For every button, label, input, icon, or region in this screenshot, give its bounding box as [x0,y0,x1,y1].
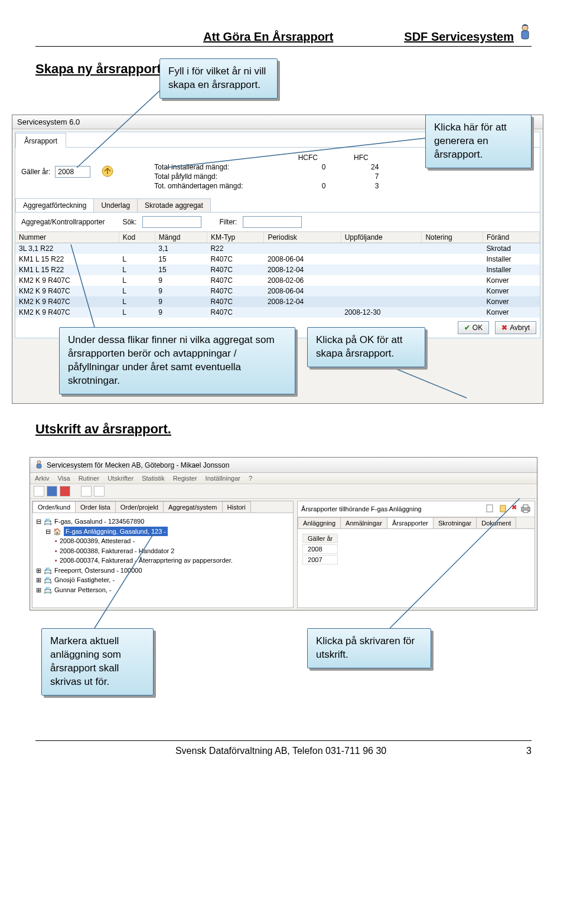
expand-icon[interactable]: ⊞ [36,566,41,576]
svg-rect-1 [522,31,529,39]
right-pane-tab[interactable]: Dokument [476,517,516,528]
subtab-underlag[interactable]: Underlag [93,198,138,212]
header-title-right: SDF Servicesystem [404,30,514,44]
menu-bar[interactable]: ArkivVisaRutinerUtskrifterStatistikRegis… [30,473,537,484]
column-header[interactable]: Uppföljande [341,232,422,243]
subtab-aggregat[interactable]: Aggregatförteckning [15,198,94,212]
svg-rect-8 [37,464,41,468]
callout-mark-facility: Markera aktuell anläggning som årsrappor… [41,628,154,696]
save-icon[interactable] [47,486,57,497]
column-header[interactable]: Nummer [15,232,119,243]
tree-selected[interactable]: F-gas Anläggning, Gasalund, 123 - [64,527,168,537]
tab-arsrapport[interactable]: Årsrapport [15,133,66,148]
expand-icon[interactable]: ⊟ [45,527,51,537]
tool-icon-2[interactable] [94,486,105,497]
left-pane-tab[interactable]: Histori [222,501,251,512]
new-doc-icon[interactable] [485,504,495,514]
app-window-main: Servicesystem för Mecken AB, Göteborg - … [30,457,537,610]
right-pane-title: Årsrapporter tillhörande F-gas Anläggnin… [301,505,422,512]
doc-icon: ▪ [55,556,57,566]
ok-button[interactable]: OK [458,321,489,334]
copy-icon[interactable] [498,504,508,514]
table-row[interactable]: KM2 K 9 R407CL9R407C2008-02-06Konver [15,275,540,286]
customer-tree[interactable]: ⊟ 📇 F-gas, Gasalund - 1234567890 ⊟ 🏠 F-g… [32,513,293,598]
doc-icon: ▪ [55,546,57,556]
menu-item[interactable]: Statistik [142,475,165,482]
callout-fill-year: Fyll i för vilket år ni vill skapa en år… [159,58,278,99]
column-header[interactable]: Mängd [155,232,207,243]
tool-icon-1[interactable] [81,486,92,497]
menu-item[interactable]: Inställningar [206,475,240,482]
right-pane-tab[interactable]: Anmälningar [340,517,387,528]
stats-grid: HCFC HFC Total installerad mängd: 0 24 T… [154,154,379,190]
table-row[interactable]: KM2 K 9 R407CL9R407C2008-12-30Konver [15,307,540,318]
callout-generate: Klicka här för att generera en årsrappor… [425,115,532,168]
search-input[interactable] [142,216,201,228]
menu-item[interactable]: Register [173,475,197,482]
folder-icon: 📇 [44,566,52,576]
folder-icon: 📇 [44,575,52,585]
menu-item[interactable]: Utskrifter [107,475,133,482]
table-row[interactable]: KM2 K 9 R407CL9R407C2008-06-04Konver [15,286,540,296]
svg-rect-10 [500,505,506,512]
column-header[interactable]: Notering [422,232,483,243]
table-row[interactable]: KM1 L 15 R22L15R407C2008-06-04Installer [15,254,540,265]
table-row[interactable]: KM1 L 15 R22L15R407C2008-12-04Installer [15,265,540,275]
callout-click-ok: Klicka på OK för att skapa årsrapport. [307,327,425,367]
expand-icon[interactable]: ⊟ [36,517,41,527]
left-pane-tab[interactable]: Order/kund [32,501,76,512]
callout-click-printer: Klicka på skrivaren för utskrift. [307,628,431,668]
building-icon: 🏠 [53,527,61,537]
column-header[interactable]: Periodisk [264,232,341,243]
section-title-print: Utskrift av årsrapport. [35,422,532,437]
filter-label: Filter: [219,218,237,226]
svg-point-7 [37,461,41,464]
worker-icon [519,24,532,44]
folder-icon: 📇 [44,517,52,527]
svg-rect-12 [523,505,528,508]
column-header[interactable]: Kod [119,232,155,243]
year-input[interactable] [55,166,90,178]
new-icon[interactable] [34,486,44,497]
printer-icon[interactable] [520,504,531,514]
table-row[interactable]: 3L 3,1 R223,1R22Skrotad [15,243,540,254]
subtab-skrotade[interactable]: Skrotade aggregat [137,198,211,212]
page-header: Att Göra En Årsrapport SDF Servicesystem [35,24,532,47]
left-pane-tab[interactable]: Aggregat/system [163,501,223,512]
table-row[interactable]: KM2 K 9 R407CL9R407C2008-12-04Konver [15,296,540,307]
doc-icon: ▪ [55,536,57,546]
page-number: 3 [526,746,532,756]
year-label: Gäller år: [21,168,50,176]
menu-item[interactable]: Visa [57,475,70,482]
folder-icon: 📇 [44,585,52,595]
arsrapport-list[interactable]: Gäller år 2008 2007 [301,533,339,566]
delete-icon[interactable] [60,486,70,497]
search-label: Sök: [122,218,136,226]
left-pane-tab[interactable]: Order/projekt [115,501,164,512]
window-title-2: Servicesystem för Mecken AB, Göteborg - … [47,461,229,469]
menu-item[interactable]: Arkiv [35,475,49,482]
svg-rect-13 [523,510,528,512]
delete-icon-red[interactable]: ✖ [511,504,517,514]
right-pane-tab[interactable]: Årsrapporter [387,517,434,528]
menu-item[interactable]: Rutiner [79,475,99,482]
header-title-left: Att Göra En Årsrapport [203,30,333,44]
expand-icon[interactable]: ⊞ [36,585,41,595]
expand-icon[interactable]: ⊞ [36,575,41,585]
svg-rect-9 [487,505,493,512]
right-pane-tab[interactable]: Anläggning [298,517,341,528]
toolbar[interactable] [30,484,537,499]
aggregat-label: Aggregat/Kontrollrapporter [21,218,105,226]
footer-text: Svensk Dataförvaltning AB, Telefon 031-7… [175,746,386,756]
aggregat-grid[interactable]: NummerKodMängdKM-TypPeriodiskUppföljande… [15,232,540,318]
filter-input[interactable] [243,216,302,228]
section-title-create: Skapa ny årsrapport. [35,61,532,77]
generate-icon[interactable] [101,165,114,179]
left-pane-tab[interactable]: Order lista [75,501,116,512]
right-pane-tab[interactable]: Skrotningar [433,517,477,528]
cancel-button[interactable]: Avbryt [495,321,536,334]
column-header[interactable]: Föränd [483,232,540,243]
callout-tabs-info: Under dessa flikar finner ni vilka aggre… [59,327,295,394]
column-header[interactable]: KM-Typ [207,232,263,243]
menu-item[interactable]: ? [249,475,252,482]
